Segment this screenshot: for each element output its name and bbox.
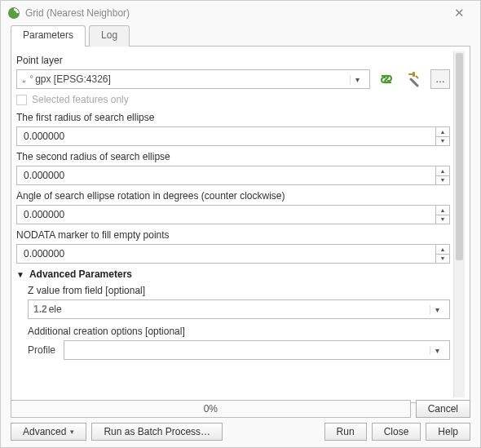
advanced-parameters-body: Z value from field [optional] 1.2 ele ▾ … bbox=[28, 285, 450, 360]
angle-stepper[interactable]: ▲▼ bbox=[435, 206, 449, 224]
tab-parameters[interactable]: Parameters bbox=[11, 25, 86, 47]
advanced-parameters-label: Advanced Parameters bbox=[29, 268, 132, 280]
radius1-input[interactable]: ▲▼ bbox=[16, 126, 450, 146]
dialog-body: Parameters Log Point layer ᎑ ° gpx [EPSG… bbox=[11, 25, 470, 403]
progress-bar: 0% bbox=[11, 400, 411, 418]
profile-combo[interactable]: ▾ bbox=[64, 340, 450, 360]
tab-log[interactable]: Log bbox=[89, 25, 130, 47]
radius2-input[interactable]: ▲▼ bbox=[16, 166, 450, 185]
radius2-stepper[interactable]: ▲▼ bbox=[435, 166, 449, 184]
window-title: Grid (Nearest Neighbor) bbox=[25, 7, 444, 19]
zfield-combo[interactable]: 1.2 ele ▾ bbox=[28, 299, 450, 319]
point-layer-value: gpx [EPSG:4326] bbox=[35, 73, 111, 85]
addopt-label: Additional creation options [optional] bbox=[28, 326, 450, 337]
numeric-field-icon: 1.2 bbox=[33, 304, 47, 315]
browse-layer-button[interactable]: … bbox=[430, 69, 450, 89]
radius2-label: The second radius of search ellipse bbox=[16, 151, 450, 162]
zfield-label: Z value from field [optional] bbox=[28, 285, 450, 296]
cancel-button[interactable]: Cancel bbox=[416, 400, 470, 418]
chevron-down-icon: ▾ bbox=[350, 75, 364, 84]
nodata-field[interactable] bbox=[22, 247, 444, 260]
dialog-window: Grid (Nearest Neighbor) ✕ Parameters Log… bbox=[0, 0, 481, 448]
angle-input[interactable]: ▲▼ bbox=[16, 205, 450, 224]
profile-label: Profile bbox=[28, 344, 59, 356]
point-layer-label: Point layer bbox=[16, 55, 450, 66]
nodata-stepper[interactable]: ▲▼ bbox=[435, 245, 449, 263]
scroll-area: Point layer ᎑ ° gpx [EPSG:4326] ▾ bbox=[16, 51, 465, 397]
zfield-value: ele bbox=[49, 304, 62, 315]
run-as-batch-button[interactable]: Run as Batch Process… bbox=[91, 423, 223, 441]
nodata-input[interactable]: ▲▼ bbox=[16, 244, 450, 264]
point-layer-combo[interactable]: ᎑ ° gpx [EPSG:4326] ▾ bbox=[16, 69, 370, 89]
angle-label: Angle of search ellipse rotation in degr… bbox=[16, 190, 450, 202]
svg-rect-2 bbox=[413, 72, 415, 77]
selected-features-only-checkbox: Selected features only bbox=[16, 94, 450, 105]
chevron-down-icon: ▾ bbox=[430, 305, 444, 314]
vertical-scrollbar[interactable] bbox=[453, 51, 465, 397]
close-icon[interactable]: ✕ bbox=[444, 1, 474, 25]
radius2-field[interactable] bbox=[22, 169, 444, 182]
title-bar: Grid (Nearest Neighbor) ✕ bbox=[1, 1, 480, 25]
advanced-parameters-toggle[interactable]: ▼ Advanced Parameters bbox=[16, 268, 450, 280]
chevron-down-icon: ▼ bbox=[16, 270, 24, 279]
scrollbar-thumb[interactable] bbox=[456, 53, 463, 260]
advanced-menu-button[interactable]: Advanced bbox=[11, 423, 86, 441]
parameters-pane: Point layer ᎑ ° gpx [EPSG:4326] ▾ bbox=[11, 46, 470, 403]
close-button[interactable]: Close bbox=[372, 423, 421, 441]
vector-point-icon: ᎑ ° bbox=[22, 73, 33, 85]
footer: 0% Cancel Advanced Run as Batch Process…… bbox=[11, 395, 470, 441]
help-button[interactable]: Help bbox=[426, 423, 470, 441]
progress-text: 0% bbox=[204, 403, 218, 415]
app-icon bbox=[7, 7, 20, 20]
angle-field[interactable] bbox=[22, 208, 444, 221]
checkbox-icon bbox=[16, 95, 27, 105]
run-button[interactable]: Run bbox=[324, 423, 367, 441]
radius1-stepper[interactable]: ▲▼ bbox=[435, 127, 449, 145]
tab-bar: Parameters Log bbox=[11, 25, 470, 47]
chevron-down-icon: ▾ bbox=[430, 346, 444, 355]
selected-features-only-label: Selected features only bbox=[32, 94, 129, 105]
radius1-label: The first radius of search ellipse bbox=[16, 112, 450, 123]
nodata-label: NODATA marker to fill empty points bbox=[16, 229, 450, 241]
advanced-options-button[interactable] bbox=[403, 69, 426, 89]
radius1-field[interactable] bbox=[22, 130, 444, 143]
iterate-features-button[interactable] bbox=[375, 69, 398, 89]
